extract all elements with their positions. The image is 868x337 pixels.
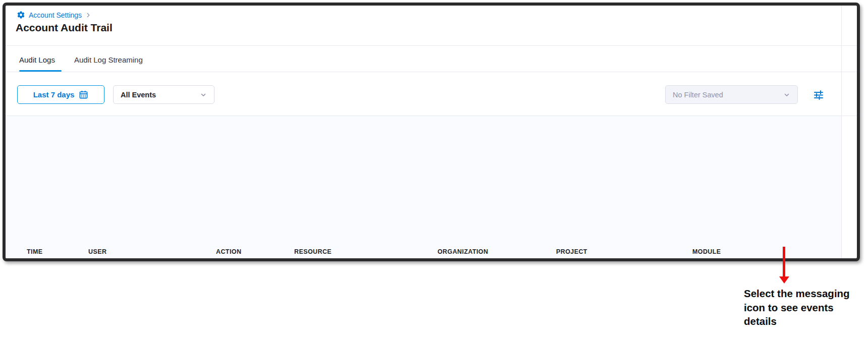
date-range-label: Last 7 days <box>33 90 75 99</box>
col-header-module: MODULE <box>692 248 721 255</box>
tab-audit-log-streaming[interactable]: Audit Log Streaming <box>74 55 143 64</box>
annotation-caption-line: details <box>744 314 868 328</box>
date-range-button[interactable]: Last 7 days <box>17 85 104 104</box>
col-header-time: TIME <box>27 248 42 255</box>
tabs-divider <box>6 72 857 72</box>
saved-filter-select[interactable]: No Filter Saved <box>665 85 798 104</box>
header-divider <box>6 45 857 46</box>
calendar-icon <box>79 90 88 99</box>
event-type-select[interactable]: All Events <box>113 85 214 104</box>
audit-table: TIME USER ACTION RESOURCE ORGANIZATION P… <box>6 116 841 258</box>
annotation-arrowhead <box>779 276 789 284</box>
chevron-right-icon <box>85 12 91 18</box>
app-screenshot-frame: Account Settings Account Audit Trail Aud… <box>3 3 860 261</box>
chevron-down-icon <box>200 91 207 98</box>
col-header-user: USER <box>88 248 106 255</box>
gear-icon <box>17 11 25 19</box>
chevron-down-icon <box>783 91 790 98</box>
sliders-icon <box>812 88 825 101</box>
annotation-caption-line: Select the messaging <box>744 287 868 301</box>
right-panel-divider <box>841 6 842 258</box>
breadcrumb[interactable]: Account Settings <box>17 11 91 19</box>
page-title: Account Audit Trail <box>16 22 113 34</box>
col-header-project: PROJECT <box>556 248 587 255</box>
col-header-action: ACTION <box>216 248 241 255</box>
col-header-organization: ORGANIZATION <box>438 248 488 255</box>
page: Account Settings Account Audit Trail Aud… <box>0 0 868 337</box>
saved-filter-value: No Filter Saved <box>673 91 723 99</box>
filter-settings-button[interactable] <box>811 88 826 102</box>
tab-bar: Audit Logs Audit Log Streaming <box>19 48 143 71</box>
tab-audit-logs[interactable]: Audit Logs <box>19 55 55 64</box>
annotation-caption: Select the messaging icon to see events … <box>744 287 868 328</box>
annotation-arrow <box>783 247 785 277</box>
annotation-caption-line: icon to see events <box>744 301 868 315</box>
breadcrumb-label[interactable]: Account Settings <box>29 11 82 19</box>
active-tab-underline <box>19 70 62 72</box>
event-type-value: All Events <box>121 91 156 99</box>
col-header-resource: RESOURCE <box>294 248 332 255</box>
